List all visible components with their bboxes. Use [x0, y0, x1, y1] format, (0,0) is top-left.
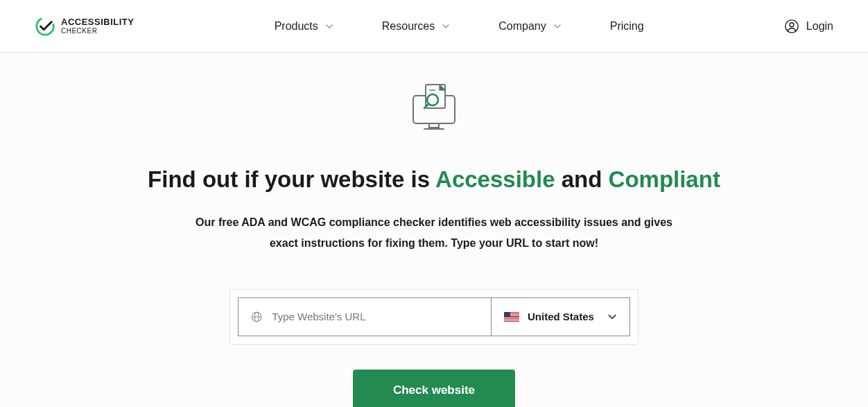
chevron-down-icon [442, 22, 450, 31]
svg-rect-4 [429, 123, 439, 128]
hero-title-accent1: Accessible [435, 166, 555, 192]
header: ACCESSIBILITY CHECKER Products Resources… [0, 0, 868, 53]
us-flag-icon [504, 312, 519, 322]
hero-title-accent2: Compliant [609, 166, 720, 192]
hero-title-prefix: Find out if your website is [148, 166, 435, 192]
logo[interactable]: ACCESSIBILITY CHECKER [35, 16, 134, 37]
login-link[interactable]: Login [784, 19, 833, 34]
svg-point-2 [790, 22, 794, 26]
hero-title-mid: and [555, 166, 609, 192]
chevron-down-icon [607, 312, 617, 322]
hero-title: Find out if your website is Accessible a… [148, 166, 720, 193]
logo-line1: ACCESSIBILITY [61, 17, 134, 26]
nav-company-label: Company [498, 20, 546, 33]
nav-products-label: Products [275, 20, 318, 33]
user-icon [784, 19, 799, 34]
globe-icon [251, 311, 262, 323]
nav-pricing-label: Pricing [610, 20, 644, 33]
hero-illustration [406, 80, 462, 139]
hero-section: Find out if your website is Accessible a… [0, 53, 868, 407]
logo-line2: CHECKER [61, 28, 134, 35]
logo-icon [35, 16, 55, 37]
url-input[interactable] [272, 311, 478, 322]
url-input-wrap [238, 298, 491, 336]
country-select[interactable]: United States [491, 298, 630, 336]
checker-form: United States [229, 289, 639, 345]
nav-pricing[interactable]: Pricing [610, 20, 644, 33]
nav-resources[interactable]: Resources [382, 20, 450, 33]
nav-company[interactable]: Company [498, 20, 561, 33]
nav-resources-label: Resources [382, 20, 435, 33]
form-row: United States [238, 297, 630, 336]
chevron-down-icon [553, 22, 562, 31]
nav-products[interactable]: Products [275, 20, 333, 33]
chevron-down-icon [325, 22, 333, 31]
login-label: Login [806, 20, 833, 33]
country-label: United States [528, 311, 594, 322]
country-selected: United States [504, 311, 594, 322]
svg-point-0 [35, 16, 55, 37]
hero-description: Our free ADA and WCAG compliance checker… [184, 212, 684, 254]
main-nav: Products Resources Company Pricing [275, 20, 644, 33]
logo-text: ACCESSIBILITY CHECKER [61, 17, 134, 35]
check-website-button[interactable]: Check website [353, 370, 515, 407]
